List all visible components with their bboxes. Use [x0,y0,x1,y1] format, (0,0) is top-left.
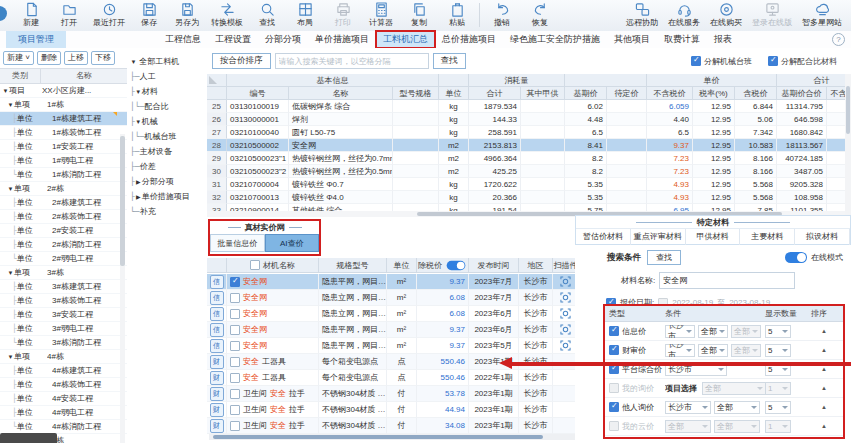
toolbar-calculator-button[interactable]: 计算器 [362,0,400,28]
material-name-input[interactable] [659,272,795,289]
tab-分部分项[interactable]: 分部分项 [258,31,308,48]
tree-row-1#弱电工程[interactable]: ├单位1#弱电工程 [0,154,127,168]
condition-type-checkbox[interactable] [609,364,619,374]
scan-file-icon[interactable] [560,340,571,351]
sort-ascending-icon[interactable]: ▲ [811,347,843,353]
sort-ascending-icon[interactable]: ▲ [811,404,843,410]
tree-删除-button[interactable]: 删除 [37,51,61,65]
tab-报表[interactable]: 报表 [707,31,739,48]
expand-arrow-icon[interactable]: ▼ [130,55,137,69]
toolbar-copy-button[interactable]: 复制 [400,0,438,28]
tree-row-3#栋消防工程[interactable]: └单位3#栋消防工程 [0,336,127,350]
price-row-checkbox[interactable] [230,421,240,431]
sort-ascending-icon[interactable]: ▲ [811,385,843,391]
tree-row-4#栋建筑工程[interactable]: ├单位4#栋建筑工程 [0,364,127,378]
tab-工程设置[interactable]: 工程设置 [208,31,258,48]
condition-dropdown[interactable]: 长沙市 [665,363,727,376]
category-item-单价措施项目[interactable]: ├▶单价措施项目 [127,189,207,204]
tree-row-3#安装工程[interactable]: ├单位3#安装工程 [0,308,127,322]
price-row[interactable]: 信安全网隐患平网，网目…m²9.372023年7月长沙市12 [207,274,594,290]
category-item-机械台班[interactable]: │└─机械台班 [127,129,207,144]
app-logo-icon[interactable] [0,6,7,21]
condition-dropdown[interactable]: 长沙市 [665,344,695,357]
price-row-checkbox[interactable] [230,277,240,287]
split-mix-checkbox[interactable] [768,56,778,66]
display-count-dropdown[interactable]: 5 [765,344,791,357]
price-row[interactable]: 财安全工器具每个箱变电源点点550.462022年1期长沙市12 [207,370,594,386]
display-count-dropdown[interactable]: 1 [765,382,791,395]
tree-上移-button[interactable]: 上移 [64,51,88,65]
category-item-分部分项[interactable]: ├▶分部分项 [127,174,207,189]
toolbar-new-file-button[interactable]: 新建 [12,0,50,28]
category-item-材料[interactable]: ├▼材料 [127,84,207,99]
tree-下移-button[interactable]: 下移 [91,51,115,65]
toolbar-remote-assist-button[interactable]: 远程协助 [621,0,663,28]
collapse-arrow-icon[interactable]: ▶ [135,190,142,204]
toolbar-undo-button[interactable]: 撤销 [483,0,521,28]
toolbar-paste-button[interactable]: 粘贴 [438,0,476,28]
expand-arrow-icon[interactable]: ▼ [135,85,142,99]
tree-row-4#安装工程[interactable]: ├单位4#安装工程 [0,392,127,406]
tree-row-4#栋[interactable]: ▼单项4#栋 [0,350,127,364]
price-row-checkbox[interactable] [230,373,240,383]
summary-row[interactable]: 2503130100019低碳钢焊条 综合kg1879.5346.026.059… [207,100,845,113]
scan-file-icon[interactable] [560,308,571,319]
tree-row-3#弱电工程[interactable]: ├单位3#弱电工程 [0,322,127,336]
tab-重点评审材料[interactable]: 重点评审材料 [631,229,686,245]
split-machine-option[interactable]: 分解机械台班 [691,56,752,67]
price-row[interactable]: 信安全网隐患平网，网目…m²9.372023年6月长沙市12 [207,322,594,338]
condition-type-checkbox[interactable] [609,326,619,336]
price-row-checkbox[interactable] [230,389,240,399]
split-machine-checkbox[interactable] [691,56,701,66]
category-root[interactable]: ▼ 全部工料机 [127,54,207,69]
display-count-dropdown[interactable]: 5 [765,325,791,338]
split-mix-option[interactable]: 分解配合比材料 [768,56,837,67]
condition-dropdown[interactable]: 全部 [714,420,760,433]
sort-ascending-icon[interactable]: ▲ [811,328,843,334]
expand-arrow-icon[interactable]: ▼ [2,88,9,94]
display-count-dropdown[interactable]: 1 [765,420,791,433]
summary-vscrollbar[interactable] [845,74,851,218]
sort-ascending-icon[interactable]: ▲ [811,423,843,429]
tree-row-2#栋装饰工程[interactable]: ├单位2#栋装饰工程 [0,210,127,224]
toolbar-convert-template-button[interactable]: 转换模板 [206,0,248,28]
scan-file-icon[interactable] [560,276,571,287]
search-find-button[interactable]: 查找 [647,250,681,265]
price-row[interactable]: 财卫生间安全拉手不锈钢304材质 …付53.782023年1期长沙市12 [207,386,594,402]
condition-dropdown[interactable]: 长沙市 [665,325,695,338]
online-mode-toggle[interactable] [785,252,807,263]
price-row[interactable]: 财卫生间安全拉手不锈钢304材质 …付34.082023年1期长沙市12 [207,418,594,434]
condition-type-checkbox[interactable] [609,383,619,393]
condition-dropdown[interactable]: 全部 [714,401,760,414]
tree-row-4#栋消防工程[interactable]: └单位4#栋消防工程 [0,420,127,434]
toolbar-online-buy-button[interactable]: 在线购买 [705,0,747,28]
toolbar-layout-grid-button[interactable]: 布局 [286,0,324,28]
summary-row[interactable]: 3203210700013镀锌铁丝 Φ4.0kg20.3665.354.9312… [207,191,845,204]
scan-file-icon[interactable] [560,292,571,303]
price-row-checkbox[interactable] [230,309,240,319]
tax-excluded-toggle[interactable] [447,260,466,269]
tree-row-4#弱电工程[interactable]: ├单位4#弱电工程 [0,406,127,420]
condition-type-checkbox[interactable] [609,421,619,431]
price-row[interactable]: 财卫生间安全拉手不锈钢304材质 …付44.942023年1期长沙市12 [207,402,594,418]
tree-row-1#栋[interactable]: ▼单项1#栋 [0,98,127,112]
category-item-人工[interactable]: ├─人工 [127,69,207,84]
collapse-arrow-icon[interactable]: ▶ [135,175,142,189]
price-row[interactable]: 信安全网隐患立网，网目…m²6.082023年7月长沙市12 [207,290,594,306]
expand-arrow-icon[interactable]: ▼ [7,186,14,192]
condition-dropdown[interactable]: 全部 [698,325,728,338]
tree-row-2#栋消防工程[interactable]: ├单位2#栋消防工程 [0,238,127,252]
condition-dropdown[interactable]: 全部 [731,325,761,338]
tab-取费计算[interactable]: 取费计算 [657,31,707,48]
price-row-checkbox[interactable] [230,325,240,335]
summary-row[interactable]: 2903210500023"1热镀锌钢丝网，丝径为0.7mm, 孔...m249… [207,152,845,165]
tab-工料机汇总[interactable]: 工料机汇总 [376,31,435,48]
tree-row-3#栋[interactable]: ▼单项3#栋 [0,266,127,280]
category-item-配合比[interactable]: │└─配合比 [127,99,207,114]
summary-row[interactable]: 2803210500002安全网m22153.8138.419.3712.951… [207,139,845,152]
help-icon[interactable]: ? [832,33,845,46]
tab-单价措施项目[interactable]: 单价措施项目 [308,31,376,48]
condition-dropdown[interactable]: 全部 [698,344,728,357]
tree-row-1#栋装饰工程[interactable]: ├单位1#栋装饰工程 [0,126,127,140]
toolbar-recent-clock-button[interactable]: 最近打开 [88,0,130,28]
